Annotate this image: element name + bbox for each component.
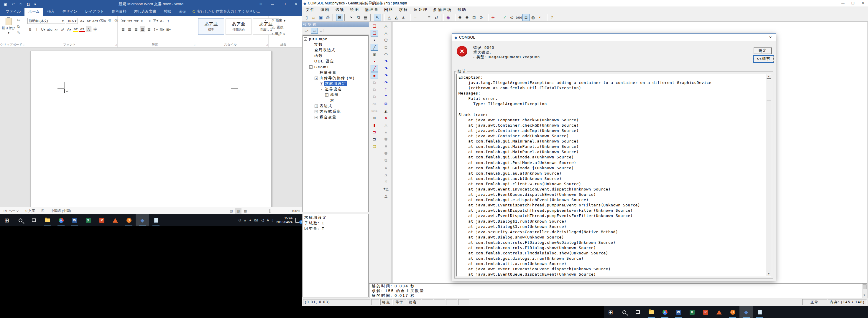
save-icon[interactable]: ▣ — [317, 14, 324, 21]
tree-expand-toggle[interactable]: + — [315, 110, 318, 113]
window-settings-icon[interactable]: ⧈ — [371, 114, 378, 121]
mesh-mode-icon[interactable]: ◍ — [530, 14, 536, 21]
menu-item[interactable]: 求解 — [396, 7, 411, 12]
styles-scroll-up-icon[interactable]: ▴ — [265, 19, 266, 22]
zoom-out-button[interactable]: − — [251, 209, 253, 213]
ribbon-tab[interactable]: 表示 — [175, 8, 190, 16]
close-icon[interactable]: ✕ — [765, 34, 776, 41]
minimize-button[interactable]: — — [838, 0, 848, 6]
powerpoint-icon[interactable]: P — [699, 306, 712, 318]
array-copy-icon[interactable]: ⧉ — [382, 100, 390, 107]
close-button[interactable]: ✕ — [858, 0, 868, 6]
origin-icon[interactable]: O — [726, 306, 739, 318]
tree-item[interactable]: - pifu.mph — [303, 36, 368, 42]
matlab-icon[interactable] — [712, 306, 726, 318]
toolbar-button[interactable] — [545, 14, 548, 21]
scrollbar-thumb[interactable] — [863, 284, 867, 289]
extrude-icon[interactable]: ⍏ — [382, 86, 390, 93]
save-icon[interactable]: ▣ — [3, 2, 7, 6]
toolbar-button[interactable] — [344, 14, 347, 21]
tree-item[interactable]: - 由传导的热传 (ht) — [303, 75, 368, 81]
scroll-up-icon[interactable]: ▲ — [767, 74, 771, 79]
minimize-button[interactable]: — — [267, 0, 278, 8]
subdomain-mode-icon[interactable]: ▲ — [400, 14, 407, 21]
mesh-refine-disabled-icon[interactable]: ◬ — [382, 121, 390, 129]
document-area[interactable]: ↵ — [0, 48, 302, 207]
subscript-button[interactable]: x₂ — [53, 27, 59, 32]
draw-mode-icon[interactable]: △ — [385, 14, 393, 21]
dialog-launcher-icon[interactable]: ◿ — [115, 44, 117, 46]
cut-icon[interactable]: ✂ — [17, 18, 20, 22]
menu-item[interactable]: 选项 — [333, 7, 347, 12]
asian-layout-button[interactable]: ア▾ — [153, 18, 158, 24]
bold-button[interactable]: B — [27, 27, 33, 32]
tree-item[interactable]: + 群组 — [303, 92, 368, 98]
toolbar-button[interactable] — [441, 14, 444, 21]
grow-font-button[interactable]: A▴ — [79, 18, 85, 24]
font-color-button[interactable]: A▾ — [79, 27, 85, 32]
draw-rectangle-icon[interactable]: □ — [382, 44, 390, 50]
phonetic-guide-button[interactable]: 亜 — [107, 18, 113, 24]
zoom-extents-icon[interactable]: ⊙ — [478, 14, 485, 21]
tree-item[interactable]: 全局表达式 — [303, 47, 368, 53]
start-button[interactable]: ⊞ — [0, 214, 13, 226]
tree-item[interactable]: - Geom1 — [303, 64, 368, 70]
ribbon-tab[interactable]: ファイル — [2, 8, 25, 16]
justify-button[interactable]: ☰ — [140, 27, 145, 32]
paste-button[interactable]: 貼り付け ▾ — [2, 17, 16, 40]
line-spacing-button[interactable]: ⇕▾ — [153, 27, 158, 32]
start-button[interactable]: ⊞ — [604, 306, 617, 318]
show-paragraph-marks-button[interactable]: ¶ — [166, 18, 171, 24]
solid-tool-3-icon[interactable]: ■ — [382, 143, 390, 149]
physics-settings-omega-icon[interactable]: Ω — [522, 14, 530, 21]
find-button[interactable]: ⚲検索▾ — [272, 18, 285, 23]
solid-tool-5-icon[interactable]: ⧉ — [382, 157, 390, 164]
zoom-window-icon[interactable]: ⊡ — [470, 14, 478, 21]
ribbon-tab[interactable]: ホーム — [25, 8, 43, 16]
character-shading-button[interactable]: A — [86, 27, 91, 32]
convert-to-point-icon[interactable]: ↷ — [382, 79, 390, 86]
solid-tool-8-icon[interactable]: ✕ — [382, 178, 390, 185]
model-tree-toggle-icon[interactable]: ⊟ — [336, 14, 343, 21]
increase-indent-button[interactable]: ⇥ — [146, 18, 152, 24]
tree-view-all-icon[interactable]: ∟⋮ — [319, 28, 326, 34]
help-icon[interactable]: ? — [549, 14, 555, 21]
status-cell[interactable] — [434, 299, 445, 305]
strikethrough-button[interactable]: abc — [47, 27, 53, 32]
ribbon-tab[interactable]: 挿入 — [43, 8, 58, 16]
omega-double-icon[interactable]: ωω — [516, 14, 522, 21]
tree-view-detail-icon[interactable]: ∟: — [311, 28, 318, 34]
postprocessing-mode-icon[interactable]: ◐ — [536, 14, 544, 21]
style-card[interactable]: あア亜 標準 — [198, 18, 224, 35]
draw-point-icon[interactable]: • — [371, 37, 378, 44]
details-scrollbar[interactable]: ▲ ▼ — [766, 74, 771, 276]
omega-dot-icon[interactable]: ω — [508, 14, 516, 21]
status-cell[interactable] — [446, 299, 457, 305]
format-painter-icon[interactable]: ✎ — [17, 31, 20, 35]
message-log[interactable]: 解的时间: 0.034 秒求解: 155 的自由度数量解的时间: 0.017 秒… — [369, 283, 867, 298]
ribbon-tab[interactable]: デザイン — [58, 8, 81, 16]
zoom-slider[interactable] — [255, 211, 285, 211]
details-text-area[interactable]: Exception: java.lang.IllegalArgumentExce… — [456, 74, 771, 277]
styles-more-icon[interactable]: ⊽ — [265, 28, 267, 31]
italic-button[interactable]: I — [34, 27, 39, 32]
solid-tool-2-icon[interactable]: ⬟ — [382, 136, 390, 143]
decrease-indent-button[interactable]: ⇤ — [140, 18, 145, 24]
scroll-down-icon[interactable]: ▼ — [863, 293, 867, 297]
rect-red-icon[interactable]: ■ — [371, 72, 378, 79]
task-view-button[interactable] — [27, 214, 41, 226]
boundary-mode-icon[interactable]: ◭ — [393, 14, 400, 21]
tell-me-box[interactable]: 実行したい作業を入力してください... — [192, 9, 260, 16]
excel-icon[interactable]: X — [685, 306, 699, 318]
ribbon-tab[interactable]: 校閲 — [160, 8, 175, 16]
solid-tool-7-icon[interactable]: ◮ — [382, 171, 390, 178]
tree-item[interactable]: 标量变量 — [303, 70, 368, 75]
delete-mesh-icon[interactable]: ✕ — [382, 114, 390, 121]
menu-item[interactable]: 多物理场 — [431, 7, 455, 12]
omega-symbol-icon[interactable]: Ω — [27, 2, 30, 6]
action-center-icon[interactable]: 5 — [296, 218, 301, 223]
draw-object-icon[interactable]: ❏ — [371, 23, 378, 30]
borders-button[interactable]: ⊞▾ — [166, 27, 171, 32]
mesh-quality-icon[interactable]: ◭ — [382, 107, 390, 114]
draw-triangle-icon[interactable]: △ — [382, 30, 390, 36]
